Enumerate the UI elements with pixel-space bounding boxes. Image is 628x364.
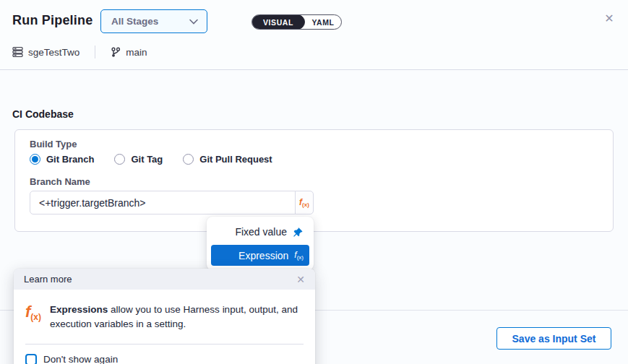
visual-yaml-toggle[interactable]: VISUAL YAML — [251, 14, 342, 30]
codebase-card: Build Type Git Branch Git Tag Git Pull R… — [14, 129, 614, 232]
dont-show-again-label: Don't show again — [43, 354, 118, 364]
popover-divider — [25, 344, 304, 344]
save-as-input-set-button[interactable]: Save as Input Set — [496, 327, 611, 350]
branch-name-input[interactable] — [30, 191, 296, 214]
build-type-radio-group: Git Branch Git Tag Git Pull Request — [30, 154, 293, 165]
stage-select-value: All Stages — [111, 16, 158, 27]
dialog-header: Run Pipeline All Stages VISUAL YAML ✕ sg… — [0, 0, 628, 70]
section-title-ci-codebase: CI Codebase — [12, 108, 74, 120]
popover-description: Expressions allow you to use Harness inp… — [50, 303, 300, 332]
stage-select[interactable]: All Stages — [100, 9, 207, 33]
codebase-summary: sgeTestTwo main — [12, 45, 147, 59]
popover-close-icon[interactable]: ✕ — [296, 274, 305, 285]
dont-show-again-row[interactable]: Don't show again — [25, 354, 315, 364]
learn-more-popover: Learn more ✕ f(x) Expressions allow you … — [14, 269, 315, 364]
branch-name: main — [126, 47, 147, 58]
branch-name-label: Branch Name — [30, 176, 90, 187]
radio-unselected-icon[interactable] — [183, 154, 194, 165]
radio-git-tag[interactable]: Git Tag — [114, 154, 163, 165]
value-type-menu: Fixed value Expression f(x) — [207, 217, 314, 270]
fx-icon-large: f(x) — [25, 304, 41, 332]
close-icon[interactable]: ✕ — [602, 12, 616, 26]
page-title: Run Pipeline — [12, 13, 93, 28]
menu-item-expression[interactable]: Expression f(x) — [211, 245, 309, 266]
pin-icon — [293, 227, 304, 238]
repository-icon — [12, 46, 23, 58]
popover-body: f(x) Expressions allow you to use Harnes… — [14, 290, 315, 332]
tab-visual[interactable]: VISUAL — [251, 14, 305, 30]
build-type-label: Build Type — [30, 139, 77, 150]
chevron-down-icon — [189, 19, 198, 25]
radio-git-branch[interactable]: Git Branch — [30, 154, 94, 165]
dont-show-again-checkbox[interactable] — [25, 354, 37, 364]
git-branch-icon — [111, 47, 121, 58]
popover-header: Learn more ✕ — [14, 269, 315, 290]
fx-icon: f(x) — [299, 197, 309, 208]
run-pipeline-dialog: Run Pipeline All Stages VISUAL YAML ✕ sg… — [0, 0, 628, 364]
divider — [95, 46, 95, 58]
branch-name-field-row: f(x) — [30, 191, 314, 214]
tab-yaml[interactable]: YAML — [305, 15, 341, 29]
radio-selected-icon[interactable] — [30, 154, 40, 165]
popover-title: Learn more — [24, 274, 72, 285]
fx-icon: f(x) — [294, 250, 304, 261]
radio-git-pull-request[interactable]: Git Pull Request — [183, 154, 272, 165]
radio-unselected-icon[interactable] — [114, 154, 125, 165]
menu-item-fixed-value[interactable]: Fixed value — [211, 221, 309, 243]
repository-name: sgeTestTwo — [28, 47, 79, 58]
value-type-selector-button[interactable]: f(x) — [295, 191, 314, 214]
